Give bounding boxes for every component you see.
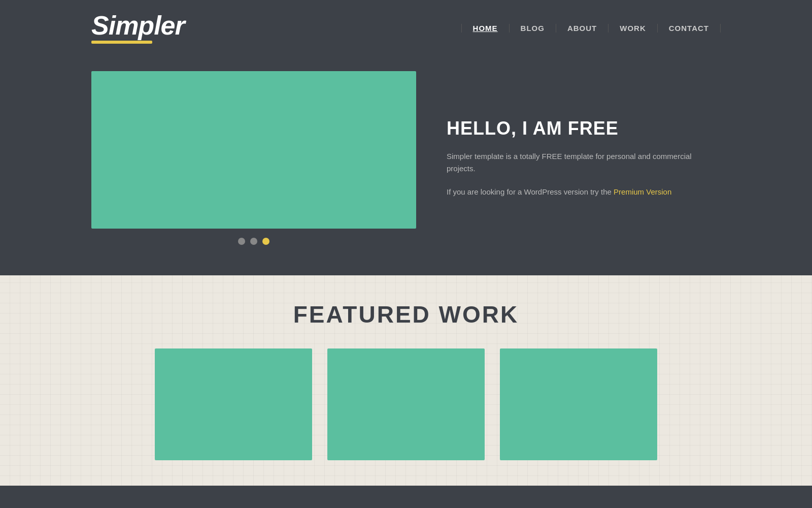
featured-item-1[interactable] <box>155 348 312 460</box>
main-nav: HOMEBLOGABOUTWORKCONTACT <box>461 24 721 33</box>
hero-title: HELLO, I AM FREE <box>447 118 721 139</box>
logo-text[interactable]: Simpler <box>91 12 185 39</box>
logo: Simpler <box>91 12 185 44</box>
hero-description-1: Simpler template is a totally FREE templ… <box>447 150 721 175</box>
logo-underline <box>91 41 152 44</box>
slideshow-dot-3[interactable] <box>262 238 269 245</box>
hero-slideshow <box>91 71 416 245</box>
hero-description-2: If you are looking for a WordPress versi… <box>447 186 721 198</box>
nav-item-about[interactable]: ABOUT <box>556 24 608 33</box>
hero-desc2-text: If you are looking for a WordPress versi… <box>447 187 612 196</box>
featured-thumb-1 <box>155 348 312 460</box>
slideshow-dot-1[interactable] <box>238 238 245 245</box>
nav-item-blog[interactable]: BLOG <box>510 24 556 33</box>
featured-title: FEATURED WORK <box>91 301 721 328</box>
featured-thumb-3 <box>500 348 657 460</box>
header: Simpler HOMEBLOGABOUTWORKCONTACT <box>0 0 812 56</box>
nav-item-home[interactable]: HOME <box>461 24 510 33</box>
featured-section: FEATURED WORK <box>0 275 812 486</box>
premium-version-link[interactable]: Premium Version <box>614 187 671 196</box>
hero-text: HELLO, I AM FREE Simpler template is a t… <box>447 118 721 198</box>
featured-item-2[interactable] <box>327 348 485 460</box>
hero-section: HELLO, I AM FREE Simpler template is a t… <box>0 56 812 275</box>
slideshow-dots <box>91 238 416 245</box>
slideshow-dot-2[interactable] <box>250 238 257 245</box>
featured-thumb-2 <box>327 348 485 460</box>
nav-item-contact[interactable]: CONTACT <box>658 24 721 33</box>
nav-item-work[interactable]: WORK <box>608 24 658 33</box>
featured-item-3[interactable] <box>500 348 657 460</box>
featured-grid <box>91 348 721 460</box>
hero-image <box>91 71 416 229</box>
